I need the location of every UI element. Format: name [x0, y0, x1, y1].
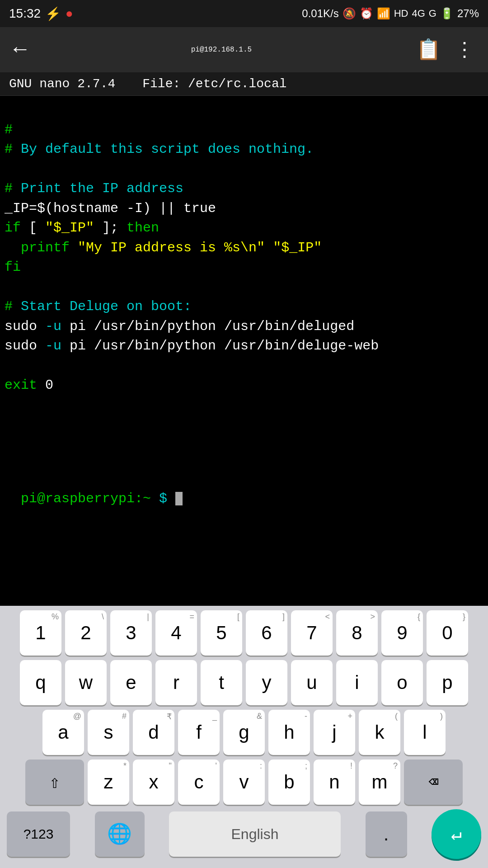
num123-key[interactable]: ?123: [7, 811, 70, 857]
key-2[interactable]: \2: [65, 610, 107, 656]
battery-level: 27%: [457, 7, 479, 20]
prompt-user: pi@raspberrypi:~: [21, 491, 159, 506]
clipboard-button[interactable]: 📋: [416, 38, 441, 62]
terminal-line: if [ "$_IP" ]; then: [5, 218, 483, 238]
record-icon: ●: [66, 6, 73, 21]
terminal-line: #: [5, 120, 483, 140]
shift-key[interactable]: ⇧: [25, 760, 84, 805]
key-i[interactable]: i: [336, 660, 378, 705]
terminal-line: sudo -u pi /usr/bin/python /usr/bin/delu…: [5, 336, 483, 356]
key-p[interactable]: p: [427, 660, 468, 705]
key-s[interactable]: #s: [88, 710, 129, 755]
key-y[interactable]: y: [246, 660, 287, 705]
row-asdf: @a #s ₹d _f &g -h +j (k )l: [0, 710, 488, 755]
key-a[interactable]: @a: [42, 710, 84, 755]
backspace-icon: ⌫: [428, 772, 438, 792]
enter-key[interactable]: ↵: [432, 809, 481, 859]
key-q[interactable]: q: [20, 660, 61, 705]
space-label: English: [231, 826, 279, 843]
key-k[interactable]: (k: [359, 710, 400, 755]
number-row: %1 \2 |3 =4 [5 ]6 <7 >8 {9 }0: [0, 610, 488, 656]
network-speed: 0.01K/s: [302, 7, 338, 20]
status-time: 15:32: [9, 6, 41, 21]
shift-icon: ⇧: [49, 771, 60, 793]
key-o[interactable]: o: [381, 660, 423, 705]
terminal-line: exit 0: [5, 376, 483, 396]
g-icon: G: [429, 8, 436, 19]
key-1[interactable]: %1: [20, 610, 61, 656]
terminal-line: fi: [5, 258, 483, 278]
space-key[interactable]: English: [169, 811, 341, 857]
key-m[interactable]: ?m: [359, 760, 400, 805]
alarm-icon: ⏰: [360, 7, 373, 20]
key-3[interactable]: |3: [110, 610, 152, 656]
nano-header: GNU nano 2.7.4 File: /etc/rc.local: [0, 72, 488, 96]
status-right: 0.01K/s 🔕 ⏰ 📶 HD 4G G 🔋 27%: [302, 7, 479, 20]
key-8[interactable]: >8: [336, 610, 378, 656]
terminal-line: [5, 100, 483, 120]
mute-icon: 🔕: [343, 7, 356, 20]
prompt-line: pi@raspberrypi:~ $: [0, 471, 488, 511]
menu-button[interactable]: ⋮: [455, 38, 474, 62]
key-5[interactable]: [5: [201, 610, 242, 656]
app-bar-actions: 📋 ⋮: [416, 38, 474, 62]
terminal: # # By default this script does nothing.…: [0, 96, 488, 471]
key-g[interactable]: &g: [223, 710, 265, 755]
key-4[interactable]: =4: [155, 610, 197, 656]
key-v[interactable]: :v: [223, 760, 265, 805]
key-z[interactable]: *z: [88, 760, 129, 805]
bottom-row: ?123 🌐 English . ↵: [0, 809, 488, 859]
terminal-line: [5, 160, 483, 179]
wifi-icon: 📶: [377, 7, 390, 20]
period-key[interactable]: .: [366, 811, 407, 857]
keyboard: %1 \2 |3 =4 [5 ]6 <7 >8 {9 }0 q w e r t …: [0, 606, 488, 868]
cursor: [175, 492, 183, 505]
key-r[interactable]: r: [155, 660, 197, 705]
row-zxcv: ⇧ *z "x 'c :v ;b !n ?m ⌫: [0, 760, 488, 805]
enter-icon: ↵: [451, 823, 462, 845]
key-n[interactable]: !n: [314, 760, 355, 805]
key-c[interactable]: 'c: [178, 760, 220, 805]
key-0[interactable]: }0: [427, 610, 468, 656]
back-button[interactable]: ←: [14, 38, 27, 62]
app-bar: ← pi@192.168.1.5 📋 ⋮: [0, 27, 488, 72]
lte-icon: 4G: [412, 8, 425, 19]
backspace-key[interactable]: ⌫: [404, 760, 463, 805]
status-left: 15:32 ⚡ ●: [9, 6, 73, 21]
battery-icon: 🔋: [440, 7, 454, 20]
key-6[interactable]: ]6: [246, 610, 287, 656]
key-h[interactable]: -h: [268, 710, 310, 755]
prompt-dollar: $: [159, 491, 167, 506]
signal-icon: HD: [394, 8, 408, 19]
terminal-line: [5, 278, 483, 297]
period-label: .: [384, 824, 389, 844]
row-qwerty: q w e r t y u i o p: [0, 660, 488, 705]
key-7[interactable]: <7: [291, 610, 333, 656]
key-b[interactable]: ;b: [268, 760, 310, 805]
key-j[interactable]: +j: [314, 710, 355, 755]
terminal-line: # Print the IP address: [5, 179, 483, 199]
key-d[interactable]: ₹d: [133, 710, 174, 755]
key-u[interactable]: u: [291, 660, 333, 705]
app-bar-title: pi@192.168.1.5: [191, 46, 252, 54]
terminal-line: sudo -u pi /usr/bin/python /usr/bin/delu…: [5, 317, 483, 337]
quicksettings-icon: ⚡: [45, 6, 61, 21]
key-w[interactable]: w: [65, 660, 107, 705]
terminal-line: # Start Deluge on boot:: [5, 297, 483, 317]
key-f[interactable]: _f: [178, 710, 220, 755]
key-l[interactable]: )l: [404, 710, 446, 755]
terminal-line: _IP=$(hostname -I) || true: [5, 199, 483, 219]
num123-label: ?123: [23, 826, 54, 842]
key-9[interactable]: {9: [381, 610, 423, 656]
terminal-line: # By default this script does nothing.: [5, 140, 483, 160]
globe-icon: 🌐: [107, 822, 132, 846]
key-t[interactable]: t: [201, 660, 242, 705]
nano-file: File: /etc/rc.local: [142, 77, 286, 91]
nano-version: GNU nano 2.7.4: [9, 77, 115, 91]
status-bar: 15:32 ⚡ ● 0.01K/s 🔕 ⏰ 📶 HD 4G G 🔋 27%: [0, 0, 488, 27]
key-e[interactable]: e: [110, 660, 152, 705]
terminal-line: printf "My IP address is %s\n" "$_IP": [5, 238, 483, 258]
key-x[interactable]: "x: [133, 760, 174, 805]
terminal-line: [5, 356, 483, 376]
globe-key[interactable]: 🌐: [95, 811, 145, 857]
